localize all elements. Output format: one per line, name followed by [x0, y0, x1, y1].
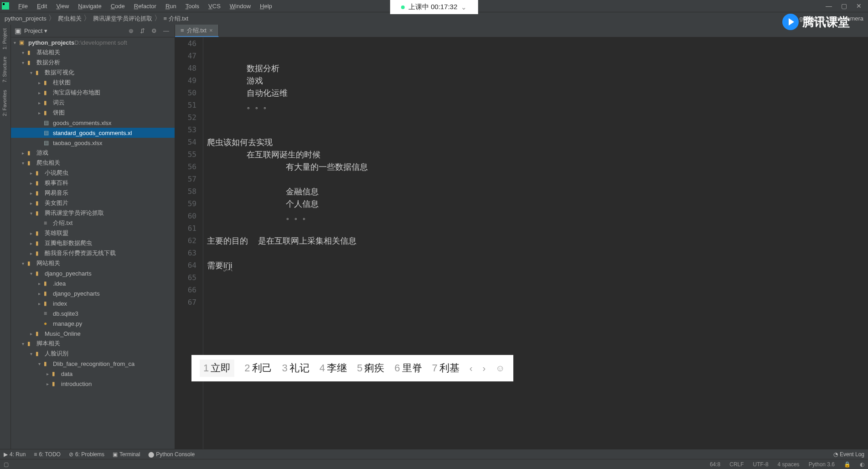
gutter-tab[interactable]: 7: Structure [0, 53, 9, 86]
ime-candidate[interactable]: 4李继 [320, 361, 347, 375]
tree-item[interactable]: ≡db.sqlite3 [11, 308, 175, 318]
tab-intro-txt[interactable]: ≡ 介绍.txt × [175, 25, 219, 37]
tree-item[interactable]: ▾▮爬虫相关 [11, 158, 175, 168]
breadcrumb-item[interactable]: 爬虫相关 [58, 15, 82, 22]
status-icon[interactable]: ▢ [4, 461, 9, 468]
menu-help[interactable]: Help [255, 2, 277, 10]
ime-candidate-bar[interactable]: 1立即2利己3礼记4李继5痢疾6里脊7利基‹›☺ [191, 355, 513, 381]
close-button[interactable]: ✕ [856, 2, 862, 10]
chevron-down-icon[interactable]: ⌄ [461, 3, 467, 11]
breadcrumb-item[interactable]: python_projects [5, 15, 46, 22]
menu-code[interactable]: Code [106, 2, 129, 10]
interpreter[interactable]: Python 3.6 [809, 461, 835, 468]
tree-item[interactable]: ▤taobao_goods.xlsx [11, 138, 175, 148]
ime-candidate[interactable]: 1立即 [200, 360, 234, 377]
tree-item[interactable]: ▸▮词云 [11, 98, 175, 108]
editor[interactable]: 46 47 48 49 50 51 52 53 54 55 56 57 58 5… [175, 37, 868, 449]
tree-item[interactable]: ▸▮糗事百科 [11, 178, 175, 188]
tree-item[interactable]: ▾▮腾讯课堂学员评论抓取 [11, 208, 175, 218]
hide-icon[interactable]: — [161, 27, 171, 34]
ime-candidate[interactable]: 2利己 [244, 361, 272, 375]
tree-item[interactable]: ●manage.py [11, 318, 175, 328]
tree-item[interactable]: ▾▮脚本相关 [11, 339, 175, 349]
ime-candidate[interactable]: 6里脊 [394, 361, 422, 375]
tree-item[interactable]: ▸▮data [11, 369, 175, 379]
code-content[interactable]: 数据分析 游戏 自动化运维 。。。 爬虫该如何去实现 在互联网诞生的时候 有大量… [203, 37, 868, 449]
menu-file[interactable]: File [14, 2, 32, 10]
caret-position[interactable]: 64:8 [710, 461, 720, 468]
minimize-button[interactable]: — [826, 2, 832, 10]
tree-item[interactable]: ▾▮数据分析 [11, 57, 175, 68]
menu-run[interactable]: Run [161, 2, 181, 10]
emoji-icon[interactable]: ☺ [496, 363, 505, 374]
ime-candidate[interactable]: 5痢疾 [357, 361, 384, 375]
app-icon [2, 2, 9, 10]
tree-item[interactable]: ▾▮网站相关 [11, 258, 175, 268]
breadcrumb-item[interactable]: ≡ 介绍.txt [163, 15, 188, 22]
tree-item[interactable]: ▤standard_goods_comments.xl [11, 128, 175, 138]
run-tool-button[interactable]: ▶ 4: Run [4, 451, 26, 458]
tree-item[interactable]: ▸▮小说爬虫 [11, 168, 175, 178]
tree-item[interactable]: ▸▮酷我音乐付费资源无线下载 [11, 248, 175, 258]
project-panel: ▣ Project ▾ ⊕ ⇵ ⚙ — ▾▣python_projects D:… [11, 25, 175, 449]
tree-item[interactable]: ▸▮.idea [11, 278, 175, 288]
menu-edit[interactable]: Edit [32, 2, 52, 10]
menu-vcs[interactable]: VCS [204, 2, 225, 10]
tree-item[interactable]: ▸▮游戏 [11, 148, 175, 158]
menu-navigate[interactable]: Navigate [73, 2, 106, 10]
tree-item[interactable]: ▾▮数据可视化 [11, 68, 175, 78]
todo-tool-button[interactable]: ≡ 6: TODO [34, 451, 61, 458]
left-tool-gutter: 1: Project7: Structure2: Favorites [0, 25, 11, 449]
live-class-pill[interactable]: 上课中 00:17:32 ⌄ [390, 0, 478, 14]
tree-item[interactable]: ▸▮淘宝店铺分布地图 [11, 88, 175, 98]
bottom-tool-strip: ▶ 4: Run ≡ 6: TODO ⊘ 6: Problems ▣ Termi… [0, 449, 868, 459]
tree-item[interactable]: ▤goods_comments.xlsx [11, 118, 175, 128]
inspection-icon[interactable]: ◐ [860, 461, 864, 468]
tree-item[interactable]: ▸▮django_pyecharts [11, 288, 175, 298]
gutter-tab[interactable]: 1: Project [0, 25, 9, 53]
tree-item[interactable]: ▸▮index [11, 298, 175, 308]
tree-item[interactable]: ▸▮英雄联盟 [11, 228, 175, 238]
live-dot-icon [401, 5, 405, 9]
tree-item[interactable]: ▾▮人脸识别 [11, 349, 175, 359]
ime-candidate[interactable]: 3礼记 [282, 361, 310, 375]
live-label: 上课中 00:17:32 [408, 3, 458, 11]
project-panel-title[interactable]: Project ▾ [24, 27, 124, 34]
breadcrumb-item[interactable]: 腾讯课堂学员评论抓取 [93, 15, 152, 22]
menu-tools[interactable]: Tools [181, 2, 204, 10]
tree-item[interactable]: ▸▮网易音乐 [11, 188, 175, 198]
gutter-tab[interactable]: 2: Favorites [0, 86, 9, 120]
tree-item[interactable]: ▸▮柱状图 [11, 78, 175, 88]
project-tree[interactable]: ▾▣python_projects D:\development soft▾▮基… [11, 37, 175, 449]
lock-icon[interactable]: 🔒 [844, 461, 851, 468]
gear-icon[interactable]: ⚙ [150, 27, 159, 34]
problems-tool-button[interactable]: ⊘ 6: Problems [69, 451, 104, 458]
indent[interactable]: 4 spaces [778, 461, 800, 468]
menu-refactor[interactable]: Refactor [129, 2, 161, 10]
tree-item[interactable]: ▸▮饼图 [11, 108, 175, 118]
tencent-logo-overlay: 腾讯课堂 [782, 14, 850, 30]
tree-item[interactable]: ▸▮Music_Online [11, 328, 175, 339]
encoding[interactable]: UTF-8 [753, 461, 769, 468]
menu-window[interactable]: Window [225, 2, 255, 10]
python-console-tool-button[interactable]: ⬤ Python Console [148, 451, 195, 458]
tree-item[interactable]: ▸▮豆瓣电影数据爬虫 [11, 238, 175, 248]
event-log-button[interactable]: ◔ Event Log [833, 451, 864, 458]
tree-item[interactable]: ▾▮django_pyecharts [11, 268, 175, 278]
collapse-icon[interactable]: ⇵ [138, 27, 147, 34]
ime-candidate[interactable]: 7利基 [432, 361, 460, 375]
prev-page-icon[interactable]: ‹ [470, 363, 473, 374]
tree-item[interactable]: ▸▮美女图片 [11, 198, 175, 208]
tree-item[interactable]: ▸▮introduction [11, 379, 175, 389]
line-separator[interactable]: CRLF [729, 461, 744, 468]
tree-root[interactable]: ▾▣python_projects D:\development soft [11, 37, 175, 47]
tree-item[interactable]: ≡介绍.txt [11, 218, 175, 228]
close-icon[interactable]: × [209, 27, 213, 34]
maximize-button[interactable]: ▢ [841, 2, 847, 10]
next-page-icon[interactable]: › [482, 363, 486, 374]
menu-view[interactable]: View [52, 2, 73, 10]
locate-icon[interactable]: ⊕ [127, 27, 135, 34]
tree-item[interactable]: ▾▮Dlib_face_recognition_from_ca [11, 359, 175, 369]
tree-item[interactable]: ▾▮基础相关 [11, 47, 175, 57]
terminal-tool-button[interactable]: ▣ Terminal [113, 451, 140, 458]
